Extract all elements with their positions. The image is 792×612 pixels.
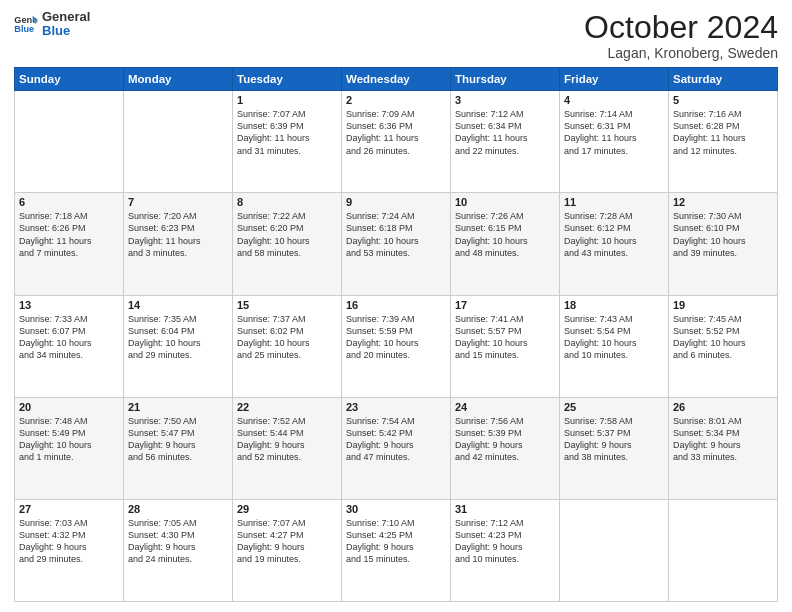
- day-number: 21: [128, 401, 228, 413]
- day-number: 17: [455, 299, 555, 311]
- cell-content: Sunrise: 7:20 AM Sunset: 6:23 PM Dayligh…: [128, 210, 228, 259]
- cell-content: Sunrise: 7:24 AM Sunset: 6:18 PM Dayligh…: [346, 210, 446, 259]
- week-row-5: 27Sunrise: 7:03 AM Sunset: 4:32 PM Dayli…: [15, 499, 778, 601]
- calendar-cell-w5-d3: 29Sunrise: 7:07 AM Sunset: 4:27 PM Dayli…: [233, 499, 342, 601]
- week-row-2: 6Sunrise: 7:18 AM Sunset: 6:26 PM Daylig…: [15, 193, 778, 295]
- calendar-cell-w1-d3: 1Sunrise: 7:07 AM Sunset: 6:39 PM Daylig…: [233, 91, 342, 193]
- calendar-cell-w5-d6: [560, 499, 669, 601]
- cell-content: Sunrise: 7:43 AM Sunset: 5:54 PM Dayligh…: [564, 313, 664, 362]
- day-number: 6: [19, 196, 119, 208]
- cell-content: Sunrise: 7:33 AM Sunset: 6:07 PM Dayligh…: [19, 313, 119, 362]
- cell-content: Sunrise: 7:03 AM Sunset: 4:32 PM Dayligh…: [19, 517, 119, 566]
- day-number: 15: [237, 299, 337, 311]
- cell-content: Sunrise: 8:01 AM Sunset: 5:34 PM Dayligh…: [673, 415, 773, 464]
- day-number: 2: [346, 94, 446, 106]
- cell-content: Sunrise: 7:30 AM Sunset: 6:10 PM Dayligh…: [673, 210, 773, 259]
- day-number: 1: [237, 94, 337, 106]
- calendar-cell-w2-d3: 8Sunrise: 7:22 AM Sunset: 6:20 PM Daylig…: [233, 193, 342, 295]
- cell-content: Sunrise: 7:09 AM Sunset: 6:36 PM Dayligh…: [346, 108, 446, 157]
- calendar-cell-w5-d7: [669, 499, 778, 601]
- calendar-cell-w4-d5: 24Sunrise: 7:56 AM Sunset: 5:39 PM Dayli…: [451, 397, 560, 499]
- calendar: Sunday Monday Tuesday Wednesday Thursday…: [14, 67, 778, 602]
- calendar-cell-w3-d6: 18Sunrise: 7:43 AM Sunset: 5:54 PM Dayli…: [560, 295, 669, 397]
- calendar-cell-w3-d1: 13Sunrise: 7:33 AM Sunset: 6:07 PM Dayli…: [15, 295, 124, 397]
- calendar-cell-w1-d2: [124, 91, 233, 193]
- day-number: 12: [673, 196, 773, 208]
- cell-content: Sunrise: 7:54 AM Sunset: 5:42 PM Dayligh…: [346, 415, 446, 464]
- logo-blue: Blue: [42, 24, 90, 38]
- day-number: 11: [564, 196, 664, 208]
- day-number: 18: [564, 299, 664, 311]
- cell-content: Sunrise: 7:28 AM Sunset: 6:12 PM Dayligh…: [564, 210, 664, 259]
- col-thursday: Thursday: [451, 68, 560, 91]
- day-number: 28: [128, 503, 228, 515]
- day-number: 3: [455, 94, 555, 106]
- day-number: 9: [346, 196, 446, 208]
- cell-content: Sunrise: 7:07 AM Sunset: 6:39 PM Dayligh…: [237, 108, 337, 157]
- calendar-cell-w4-d2: 21Sunrise: 7:50 AM Sunset: 5:47 PM Dayli…: [124, 397, 233, 499]
- col-tuesday: Tuesday: [233, 68, 342, 91]
- header: General Blue General Blue October 2024 L…: [14, 10, 778, 61]
- calendar-cell-w1-d4: 2Sunrise: 7:09 AM Sunset: 6:36 PM Daylig…: [342, 91, 451, 193]
- week-row-3: 13Sunrise: 7:33 AM Sunset: 6:07 PM Dayli…: [15, 295, 778, 397]
- calendar-header-row: Sunday Monday Tuesday Wednesday Thursday…: [15, 68, 778, 91]
- col-wednesday: Wednesday: [342, 68, 451, 91]
- calendar-cell-w2-d6: 11Sunrise: 7:28 AM Sunset: 6:12 PM Dayli…: [560, 193, 669, 295]
- calendar-cell-w3-d5: 17Sunrise: 7:41 AM Sunset: 5:57 PM Dayli…: [451, 295, 560, 397]
- cell-content: Sunrise: 7:10 AM Sunset: 4:25 PM Dayligh…: [346, 517, 446, 566]
- calendar-cell-w3-d7: 19Sunrise: 7:45 AM Sunset: 5:52 PM Dayli…: [669, 295, 778, 397]
- cell-content: Sunrise: 7:41 AM Sunset: 5:57 PM Dayligh…: [455, 313, 555, 362]
- cell-content: Sunrise: 7:58 AM Sunset: 5:37 PM Dayligh…: [564, 415, 664, 464]
- day-number: 10: [455, 196, 555, 208]
- calendar-cell-w2-d1: 6Sunrise: 7:18 AM Sunset: 6:26 PM Daylig…: [15, 193, 124, 295]
- day-number: 25: [564, 401, 664, 413]
- calendar-cell-w5-d4: 30Sunrise: 7:10 AM Sunset: 4:25 PM Dayli…: [342, 499, 451, 601]
- cell-content: Sunrise: 7:07 AM Sunset: 4:27 PM Dayligh…: [237, 517, 337, 566]
- day-number: 22: [237, 401, 337, 413]
- week-row-4: 20Sunrise: 7:48 AM Sunset: 5:49 PM Dayli…: [15, 397, 778, 499]
- calendar-cell-w1-d7: 5Sunrise: 7:16 AM Sunset: 6:28 PM Daylig…: [669, 91, 778, 193]
- calendar-cell-w4-d3: 22Sunrise: 7:52 AM Sunset: 5:44 PM Dayli…: [233, 397, 342, 499]
- day-number: 24: [455, 401, 555, 413]
- day-number: 19: [673, 299, 773, 311]
- day-number: 27: [19, 503, 119, 515]
- page: General Blue General Blue October 2024 L…: [0, 0, 792, 612]
- calendar-cell-w3-d2: 14Sunrise: 7:35 AM Sunset: 6:04 PM Dayli…: [124, 295, 233, 397]
- day-number: 7: [128, 196, 228, 208]
- svg-text:Blue: Blue: [14, 25, 34, 35]
- calendar-cell-w4-d1: 20Sunrise: 7:48 AM Sunset: 5:49 PM Dayli…: [15, 397, 124, 499]
- day-number: 23: [346, 401, 446, 413]
- week-row-1: 1Sunrise: 7:07 AM Sunset: 6:39 PM Daylig…: [15, 91, 778, 193]
- cell-content: Sunrise: 7:26 AM Sunset: 6:15 PM Dayligh…: [455, 210, 555, 259]
- day-number: 13: [19, 299, 119, 311]
- day-number: 14: [128, 299, 228, 311]
- calendar-cell-w5-d2: 28Sunrise: 7:05 AM Sunset: 4:30 PM Dayli…: [124, 499, 233, 601]
- calendar-cell-w4-d7: 26Sunrise: 8:01 AM Sunset: 5:34 PM Dayli…: [669, 397, 778, 499]
- cell-content: Sunrise: 7:12 AM Sunset: 4:23 PM Dayligh…: [455, 517, 555, 566]
- cell-content: Sunrise: 7:45 AM Sunset: 5:52 PM Dayligh…: [673, 313, 773, 362]
- cell-content: Sunrise: 7:39 AM Sunset: 5:59 PM Dayligh…: [346, 313, 446, 362]
- calendar-cell-w2-d4: 9Sunrise: 7:24 AM Sunset: 6:18 PM Daylig…: [342, 193, 451, 295]
- day-number: 5: [673, 94, 773, 106]
- month-title: October 2024: [584, 10, 778, 45]
- cell-content: Sunrise: 7:12 AM Sunset: 6:34 PM Dayligh…: [455, 108, 555, 157]
- day-number: 4: [564, 94, 664, 106]
- col-friday: Friday: [560, 68, 669, 91]
- cell-content: Sunrise: 7:22 AM Sunset: 6:20 PM Dayligh…: [237, 210, 337, 259]
- calendar-cell-w2-d5: 10Sunrise: 7:26 AM Sunset: 6:15 PM Dayli…: [451, 193, 560, 295]
- logo-icon: General Blue: [14, 14, 38, 34]
- cell-content: Sunrise: 7:05 AM Sunset: 4:30 PM Dayligh…: [128, 517, 228, 566]
- day-number: 8: [237, 196, 337, 208]
- calendar-cell-w5-d5: 31Sunrise: 7:12 AM Sunset: 4:23 PM Dayli…: [451, 499, 560, 601]
- day-number: 31: [455, 503, 555, 515]
- logo-text-block: General Blue: [42, 10, 90, 39]
- calendar-cell-w4-d6: 25Sunrise: 7:58 AM Sunset: 5:37 PM Dayli…: [560, 397, 669, 499]
- title-block: October 2024 Lagan, Kronoberg, Sweden: [584, 10, 778, 61]
- calendar-cell-w4-d4: 23Sunrise: 7:54 AM Sunset: 5:42 PM Dayli…: [342, 397, 451, 499]
- logo: General Blue General Blue: [14, 10, 90, 39]
- location: Lagan, Kronoberg, Sweden: [584, 45, 778, 61]
- logo-general: General: [42, 10, 90, 24]
- day-number: 16: [346, 299, 446, 311]
- calendar-cell-w5-d1: 27Sunrise: 7:03 AM Sunset: 4:32 PM Dayli…: [15, 499, 124, 601]
- cell-content: Sunrise: 7:14 AM Sunset: 6:31 PM Dayligh…: [564, 108, 664, 157]
